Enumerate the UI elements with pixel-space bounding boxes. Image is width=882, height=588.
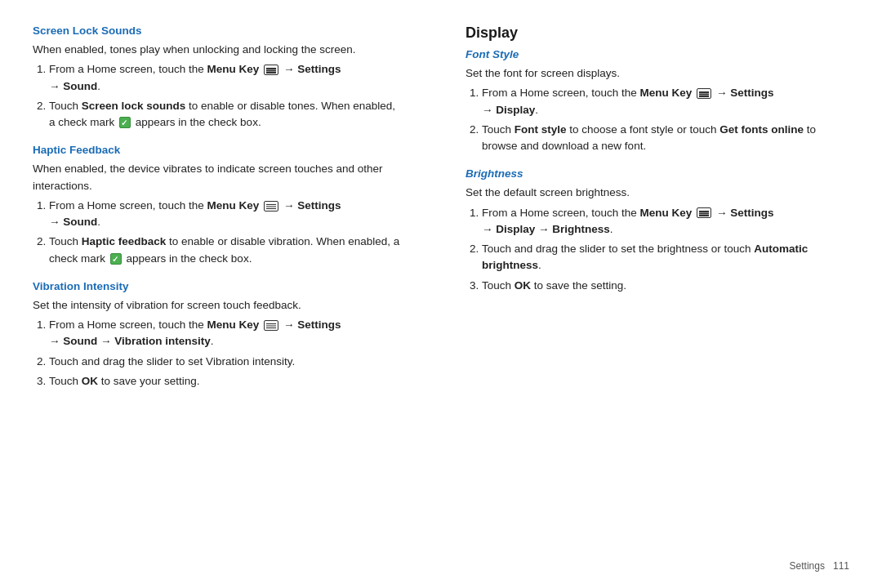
- section-brightness: Brightness Set the default screen bright…: [466, 167, 833, 294]
- bold-text: Menu Key: [640, 207, 693, 219]
- bold-text: → Settings: [716, 87, 774, 99]
- list-item: From a Home screen, touch the Menu Key →…: [49, 198, 400, 231]
- screen-lock-sounds-steps: From a Home screen, touch the Menu Key →…: [49, 61, 400, 131]
- vibration-intensity-body: Set the intensity of vibration for scree…: [33, 297, 400, 314]
- screen-lock-sounds-heading: Screen Lock Sounds: [33, 24, 400, 37]
- font-style-heading: Font Style: [466, 48, 833, 60]
- font-style-steps: From a Home screen, touch the Menu Key →…: [482, 85, 833, 154]
- section-vibration-intensity: Vibration Intensity Set the intensity of…: [33, 280, 400, 390]
- footer-page: 111: [833, 560, 849, 572]
- bold-text: → Sound → Vibration intensity: [49, 335, 211, 347]
- vibration-intensity-heading: Vibration Intensity: [33, 280, 400, 292]
- brightness-steps: From a Home screen, touch the Menu Key →…: [482, 205, 833, 294]
- list-item: Touch and drag the slider to set Vibrati…: [49, 354, 400, 370]
- list-item: From a Home screen, touch the Menu Key →…: [49, 317, 400, 350]
- bold-text: → Settings: [283, 199, 341, 212]
- bold-text: Screen lock sounds: [82, 100, 186, 112]
- list-item: From a Home screen, touch the Menu Key →…: [482, 85, 833, 118]
- list-item: Touch Haptic feedback to enable or disab…: [49, 234, 400, 267]
- bold-text: → Sound: [49, 216, 97, 228]
- bold-text: → Settings: [716, 207, 774, 219]
- haptic-feedback-steps: From a Home screen, touch the Menu Key →…: [49, 198, 400, 267]
- bold-text: OK: [514, 279, 531, 292]
- section-font-style: Font Style Set the font for screen displ…: [466, 48, 833, 154]
- bold-text: Menu Key: [207, 318, 260, 331]
- section-screen-lock-sounds: Screen Lock Sounds When enabled, tones p…: [33, 24, 400, 131]
- bold-text: Get fonts online: [719, 123, 804, 136]
- bold-text: → Sound: [49, 80, 97, 92]
- bold-text: → Display: [482, 104, 535, 116]
- list-item: From a Home screen, touch the Menu Key →…: [49, 61, 400, 95]
- list-item: Touch Font style to choose a font style …: [482, 122, 833, 155]
- list-item: From a Home screen, touch the Menu Key →…: [482, 205, 833, 238]
- checkbox-icon: [119, 117, 131, 128]
- brightness-body: Set the default screen brightness.: [466, 185, 833, 201]
- bold-text: OK: [82, 375, 98, 387]
- list-item: Touch Screen lock sounds to enable or di…: [49, 98, 400, 131]
- screen-lock-sounds-body: When enabled, tones play when unlocking …: [33, 42, 400, 58]
- menu-key-icon: [697, 207, 711, 218]
- bold-text: Menu Key: [207, 63, 260, 75]
- brightness-heading: Brightness: [466, 167, 833, 180]
- right-column: Display Font Style Set the font for scre…: [433, 24, 833, 564]
- menu-key-icon: [264, 65, 278, 75]
- bold-text: Haptic feedback: [82, 235, 167, 247]
- menu-key-icon: [264, 320, 278, 331]
- menu-key-icon: [697, 88, 711, 99]
- bold-text: → Display → Brightness: [482, 223, 610, 235]
- page-footer: Settings 111: [790, 560, 849, 572]
- list-item: Touch and drag the slider to set the bri…: [482, 241, 833, 274]
- menu-key-icon: [264, 201, 278, 212]
- bold-text: → Settings: [283, 63, 341, 75]
- bold-text: Menu Key: [207, 199, 260, 212]
- list-item: Touch OK to save your setting.: [49, 373, 400, 390]
- list-item: Touch OK to save the setting.: [482, 278, 833, 294]
- bold-text: Automatic brightness: [482, 243, 808, 271]
- left-column: Screen Lock Sounds When enabled, tones p…: [33, 24, 433, 564]
- footer-label: Settings: [790, 560, 825, 572]
- section-haptic-feedback: Haptic Feedback When enabled, the device…: [33, 144, 400, 267]
- display-main-heading: Display: [466, 24, 833, 42]
- haptic-feedback-heading: Haptic Feedback: [33, 144, 400, 156]
- vibration-intensity-steps: From a Home screen, touch the Menu Key →…: [49, 317, 400, 390]
- haptic-feedback-body: When enabled, the device vibrates to ind…: [33, 161, 400, 194]
- checkbox-icon: [110, 253, 122, 265]
- font-style-body: Set the font for screen displays.: [466, 65, 833, 82]
- bold-text: Font style: [514, 123, 567, 136]
- bold-text: Menu Key: [640, 87, 693, 99]
- bold-text: → Settings: [283, 318, 341, 331]
